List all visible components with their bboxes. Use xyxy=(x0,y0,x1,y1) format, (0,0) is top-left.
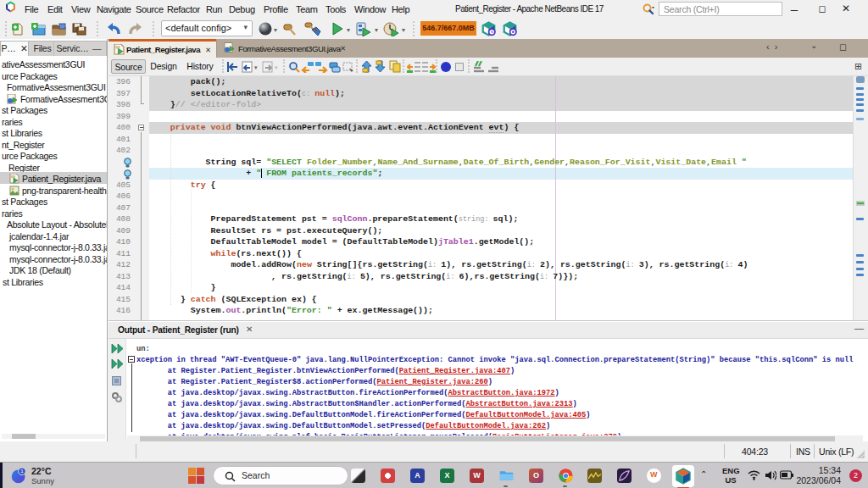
svg-text:1: 1 xyxy=(20,468,24,474)
